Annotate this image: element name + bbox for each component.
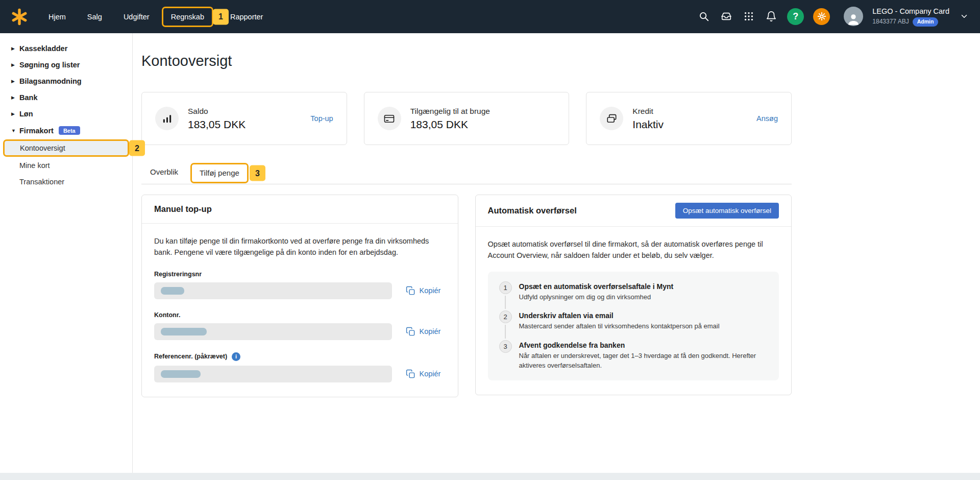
auto-transfer-panel: Automatisk overførsel Opsæt automatisk o…: [475, 195, 792, 395]
chevron-down-icon[interactable]: [960, 12, 969, 21]
nav-item-salg[interactable]: Salg: [77, 0, 113, 33]
sidebar-item-bank[interactable]: ▶ Bank: [0, 89, 132, 106]
registreringsnr-field[interactable]: [154, 282, 392, 299]
step-description: Når aftalen er underskrevet, tager det 1…: [519, 351, 768, 371]
kontonr-label: Kontonr.: [154, 311, 180, 319]
tab-overblik[interactable]: Overblik: [149, 162, 179, 184]
sidebar-item-kontooversigt[interactable]: Kontooversigt: [5, 141, 128, 155]
sidebar-item-loen[interactable]: ▶ Løn: [0, 106, 132, 122]
card-label: Tilgængelig til at bruge: [410, 107, 490, 116]
annotation-badge-3: 3: [250, 165, 265, 181]
top-up-link[interactable]: Top-up: [310, 114, 333, 123]
sidebar-item-mine-kort[interactable]: Mine kort: [0, 157, 132, 174]
copy-icon: [406, 369, 415, 379]
copy-icon: [406, 286, 415, 296]
sidebar-item-label: Løn: [19, 110, 33, 118]
chevron-right-icon: ▶: [11, 46, 19, 51]
ansoeg-link[interactable]: Ansøg: [756, 114, 778, 123]
step-title: Opsæt en automatisk overførselsaftale i …: [519, 282, 674, 291]
sidebar-item-kassekladder[interactable]: ▶ Kassekladder: [0, 40, 132, 57]
inbox-icon[interactable]: [717, 7, 736, 26]
copy-referencenr-button[interactable]: Kopiér: [406, 369, 446, 379]
search-icon[interactable]: [695, 7, 713, 26]
horizontal-scrollbar[interactable]: [0, 473, 980, 480]
step-number-badge: 1: [499, 281, 512, 294]
account-id: 1843377 ABJ: [872, 18, 909, 26]
nav-item-label: Regnskab: [171, 13, 204, 21]
chevron-right-icon: ▶: [11, 62, 19, 67]
credit-cards-icon: [600, 107, 623, 130]
manual-topup-title: Manuel top-up: [154, 204, 212, 214]
copy-icon: [406, 327, 415, 337]
chevron-down-icon: ▼: [11, 128, 19, 133]
kontonr-field[interactable]: [154, 323, 392, 340]
account-name: LEGO - Company Card: [872, 7, 949, 16]
kredit-card: Kredit Inaktiv Ansøg: [586, 92, 792, 145]
step-number-badge: 2: [499, 310, 512, 323]
nav-item-udgifter[interactable]: Udgifter: [113, 0, 160, 33]
sidebar-item-label: Firmakort: [19, 127, 54, 135]
auto-transfer-description: Opsæt automatisk overførsel til dine fir…: [488, 239, 779, 261]
tab-bar: Overblik Tilføj penge 3: [141, 162, 792, 184]
card-value: 183,05 DKK: [188, 118, 246, 131]
apps-grid-icon[interactable]: [740, 7, 758, 26]
step-title: Afvent godkendelse fra banken: [519, 341, 768, 349]
step-connector: [505, 325, 506, 339]
referencenr-field[interactable]: [154, 366, 392, 382]
account-menu[interactable]: LEGO - Company Card 1843377 ABJ Admin: [872, 7, 949, 26]
annotation-badge-1: 1: [213, 9, 229, 25]
registreringsnr-label: Registreringsnr: [154, 271, 202, 278]
main-content: Kontooversigt Saldo 183,05 DKK: [133, 33, 980, 473]
redacted-value: [161, 370, 201, 378]
sidebar-item-label: Bilagsanmodning: [19, 77, 82, 85]
sidebar-item-label: Bank: [19, 93, 37, 102]
step-2: 2 Underskriv aftalen via email Mastercar…: [499, 310, 768, 340]
annotation-badge-2: 2: [129, 140, 145, 156]
redacted-value: [161, 328, 207, 335]
referencenr-field-group: Referencenr. (påkrævet) i: [154, 352, 446, 382]
setup-auto-transfer-button[interactable]: Opsæt automatisk overførsel: [675, 203, 779, 219]
sidebar-item-soegning-og-lister[interactable]: ▶ Søgning og lister: [0, 57, 132, 73]
kontonr-field-group: Kontonr.: [154, 311, 446, 340]
sidebar-item-firmakort[interactable]: ▼ Firmakort Beta: [0, 122, 132, 139]
available-card: Tilgængelig til at bruge 183,05 DKK: [364, 92, 570, 145]
settings-gear-icon[interactable]: [813, 8, 830, 25]
chevron-right-icon: ▶: [11, 95, 19, 100]
nav-item-hjem[interactable]: Hjem: [38, 0, 77, 33]
topbar-actions: ? LEGO - Company Card 1843377 ABJ Admin: [695, 7, 969, 26]
page-title: Kontooversigt: [141, 53, 792, 69]
avatar[interactable]: [844, 7, 863, 26]
summary-cards: Saldo 183,05 DKK Top-up Tilgænge: [141, 92, 792, 145]
admin-badge: Admin: [913, 17, 939, 27]
available-funds-icon: [378, 107, 401, 130]
nav-item-regnskab[interactable]: Regnskab 1: [162, 7, 213, 27]
dinero-logo-icon[interactable]: [10, 8, 29, 26]
copy-registreringsnr-button[interactable]: Kopiér: [406, 286, 446, 296]
steps-box: 1 Opsæt en automatisk overførselsaftale …: [488, 272, 779, 380]
card-label: Saldo: [188, 107, 246, 116]
step-description: Udfyld oplysninger om dig og din virksom…: [519, 293, 674, 302]
step-3: 3 Afvent godkendelse fra banken Når afta…: [499, 340, 768, 372]
manual-topup-panel: Manuel top-up Du kan tilføje penge til d…: [141, 195, 458, 397]
step-connector: [505, 296, 506, 309]
copy-label: Kopiér: [420, 327, 441, 335]
sidebar-item-transaktioner[interactable]: Transaktioner: [0, 174, 132, 190]
saldo-card: Saldo 183,05 DKK Top-up: [141, 92, 347, 145]
annotation-box-2: Kontooversigt 2: [3, 139, 129, 157]
sidebar-item-bilagsanmodning[interactable]: ▶ Bilagsanmodning: [0, 73, 132, 89]
bell-icon[interactable]: [762, 7, 780, 26]
beta-badge: Beta: [59, 126, 80, 135]
sidebar-item-label: Kassekladder: [19, 44, 67, 53]
card-value: 183,05 DKK: [410, 118, 490, 131]
main-nav: Hjem Salg Udgifter Regnskab 1 Rapporter: [38, 0, 274, 33]
step-title: Underskriv aftalen via email: [519, 311, 720, 320]
copy-kontonr-button[interactable]: Kopiér: [406, 327, 446, 337]
help-icon[interactable]: ?: [787, 8, 804, 25]
chevron-right-icon: ▶: [11, 111, 19, 116]
tab-tilfoej-penge[interactable]: Tilføj penge: [192, 164, 247, 182]
topbar: Hjem Salg Udgifter Regnskab 1 Rapporter: [0, 0, 980, 33]
sidebar: ▶ Kassekladder ▶ Søgning og lister ▶ Bil…: [0, 33, 133, 473]
info-icon[interactable]: i: [232, 352, 240, 361]
copy-label: Kopiér: [420, 286, 441, 295]
auto-transfer-title: Automatisk overførsel: [488, 206, 577, 215]
